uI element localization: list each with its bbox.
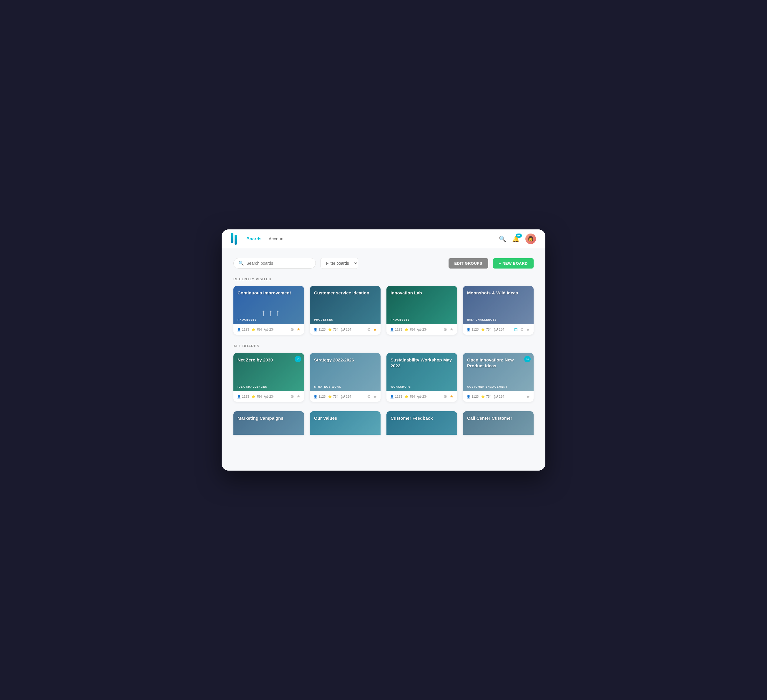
board-card-title: Marketing Campaigns — [237, 415, 283, 421]
stat-users: 👤 1123 — [313, 395, 326, 398]
notification-badge: 9+ — [516, 233, 522, 238]
star-icon[interactable]: ★ — [373, 327, 377, 332]
copy-icon[interactable]: ⊡ — [514, 327, 518, 332]
star-icon[interactable]: ★ — [297, 327, 301, 332]
board-card-footer: 👤 1123⭐ 754💬 234⚙★ — [310, 324, 380, 335]
users-icon: 👤 — [466, 395, 471, 398]
search-input-wrap[interactable]: 🔍 — [233, 258, 316, 268]
board-card-footer: 👤 1123⭐ 754💬 234⊡⚙★ — [463, 324, 534, 335]
board-card-ci[interactable]: Continuous Improvement↑↑↑PROCESSES👤 1123… — [233, 286, 304, 335]
board-card-category: WORKSHOPS — [391, 385, 411, 388]
board-card-image: Customer Feedback — [387, 411, 457, 435]
navbar: Boards Account 🔍 🔔 9+ 👩 — [222, 229, 545, 248]
footer-actions: ⚙★ — [367, 394, 377, 399]
stat-likes: ⭐ 754 — [328, 328, 338, 332]
board-card-mw[interactable]: Moonshots & Wild IdeasIDEA CHALLENGES👤 1… — [463, 286, 534, 335]
settings-icon[interactable]: ⚙ — [444, 394, 447, 399]
bottom-boards-row: Marketing CampaignsOur ValuesCustomer Fe… — [233, 411, 534, 435]
stat-likes: ⭐ 754 — [404, 328, 415, 332]
board-card-nz[interactable]: 7Net Zero by 2030IDEA CHALLENGES👤 1123⭐ … — [233, 353, 304, 402]
comments-icon: 💬 — [417, 328, 422, 332]
settings-icon[interactable]: ⚙ — [444, 327, 447, 332]
stat-comments: 💬 234 — [264, 395, 275, 398]
comments-icon: 💬 — [494, 328, 498, 332]
board-card-title: Call Center Customer — [467, 415, 512, 421]
board-card-footer: 👤 1123⭐ 754💬 234⚙★ — [310, 391, 380, 402]
footer-actions: ⚙★ — [291, 327, 301, 332]
settings-icon[interactable]: ⚙ — [520, 327, 524, 332]
recently-visited-label: RECENTLY VISITED — [233, 277, 534, 281]
board-card-partial-ov[interactable]: Our Values — [310, 411, 380, 435]
stat-likes: ⭐ 754 — [251, 395, 262, 398]
notification-button[interactable]: 🔔 9+ — [512, 235, 519, 242]
search-input[interactable] — [247, 261, 311, 265]
board-card-footer: 👤 1123⭐ 754💬 234★ — [463, 391, 534, 402]
board-card-overlay — [387, 411, 457, 435]
comments-icon: 💬 — [417, 395, 422, 398]
ci-arrows-decor: ↑↑↑ — [261, 307, 280, 318]
likes-icon: ⭐ — [481, 328, 485, 332]
stat-comments: 💬 234 — [341, 328, 351, 332]
board-card-image: Strategy 2022-2026STRATEGY WORK — [310, 353, 380, 391]
stat-likes: ⭐ 754 — [481, 328, 491, 332]
board-card-image: Sustainability Workshop May 2022WORKSHOP… — [387, 353, 457, 391]
board-card-cs[interactable]: Customer service ideationPROCESSES👤 1123… — [310, 286, 380, 335]
board-card-oi[interactable]: 9+Open Innovation: New Product IdeasCUST… — [463, 353, 534, 402]
board-card-title: Customer Feedback — [391, 415, 433, 421]
board-card-partial-cf[interactable]: Customer Feedback — [387, 411, 457, 435]
star-icon[interactable]: ★ — [526, 327, 530, 332]
board-card-partial-mc[interactable]: Marketing Campaigns — [233, 411, 304, 435]
comments-icon: 💬 — [494, 395, 498, 398]
board-card-title: Moonshots & Wild Ideas — [467, 290, 518, 296]
board-card-il[interactable]: Innovation LabPROCESSES👤 1123⭐ 754💬 234⚙… — [387, 286, 457, 335]
stat-comments: 💬 234 — [264, 328, 275, 332]
filter-select[interactable]: Filter boards — [320, 258, 358, 269]
board-card-overlay — [310, 411, 380, 435]
board-card-category: PROCESSES — [237, 318, 257, 321]
stat-users: 👤 1123 — [390, 328, 402, 332]
users-icon: 👤 — [390, 395, 394, 398]
board-card-image: Call Center Customer — [463, 411, 534, 435]
board-card-image: Customer service ideationPROCESSES — [310, 286, 380, 324]
board-card-image: Our Values — [310, 411, 380, 435]
board-card-partial-cc[interactable]: Call Center Customer — [463, 411, 534, 435]
likes-icon: ⭐ — [404, 395, 409, 398]
board-card-title: Customer service ideation — [314, 290, 369, 296]
stat-likes: ⭐ 754 — [251, 328, 262, 332]
footer-actions: ★ — [526, 394, 530, 399]
settings-icon[interactable]: ⚙ — [291, 394, 294, 399]
edit-groups-button[interactable]: EDIT GROUPS — [449, 258, 488, 268]
stat-likes: ⭐ 754 — [328, 395, 338, 398]
likes-icon: ⭐ — [481, 395, 485, 398]
avatar[interactable]: 👩 — [525, 233, 536, 244]
footer-actions: ⚙★ — [367, 327, 377, 332]
board-card-category: PROCESSES — [314, 318, 333, 321]
settings-icon[interactable]: ⚙ — [367, 327, 371, 332]
board-card-st[interactable]: Strategy 2022-2026STRATEGY WORK👤 1123⭐ 7… — [310, 353, 380, 402]
nav-boards[interactable]: Boards — [247, 235, 262, 242]
recently-visited-grid: Continuous Improvement↑↑↑PROCESSES👤 1123… — [233, 286, 534, 335]
nav-account[interactable]: Account — [269, 235, 285, 242]
board-card-sw[interactable]: Sustainability Workshop May 2022WORKSHOP… — [387, 353, 457, 402]
board-card-footer: 👤 1123⭐ 754💬 234⚙★ — [233, 324, 304, 335]
star-icon[interactable]: ★ — [450, 327, 454, 332]
star-icon[interactable]: ★ — [297, 394, 301, 399]
board-card-image: Moonshots & Wild IdeasIDEA CHALLENGES — [463, 286, 534, 324]
board-card-category: PROCESSES — [391, 318, 410, 321]
star-icon[interactable]: ★ — [373, 394, 377, 399]
board-card-footer: 👤 1123⭐ 754💬 234⚙★ — [387, 391, 457, 402]
stat-comments: 💬 234 — [417, 328, 428, 332]
settings-icon[interactable]: ⚙ — [367, 394, 371, 399]
settings-icon[interactable]: ⚙ — [291, 327, 294, 332]
board-card-category: STRATEGY WORK — [314, 385, 341, 388]
board-card-image: Marketing Campaigns — [233, 411, 304, 435]
star-icon[interactable]: ★ — [526, 394, 530, 399]
board-card-image: Continuous Improvement↑↑↑PROCESSES — [233, 286, 304, 324]
nav-links: Boards Account — [247, 235, 499, 242]
new-board-button[interactable]: + NEW BOARD — [493, 258, 534, 268]
search-icon[interactable]: 🔍 — [499, 235, 506, 242]
star-icon[interactable]: ★ — [450, 394, 454, 399]
comments-icon: 💬 — [264, 328, 269, 332]
board-card-footer: 👤 1123⭐ 754💬 234⚙★ — [387, 324, 457, 335]
stat-users: 👤 1123 — [313, 328, 326, 332]
